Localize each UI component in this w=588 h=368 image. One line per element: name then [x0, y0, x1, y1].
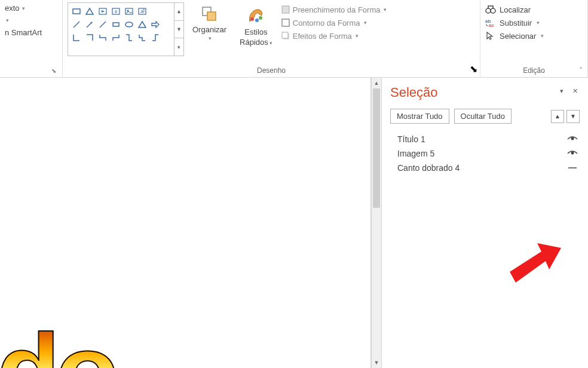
shape-triangle-icon[interactable] [84, 5, 96, 17]
shapes-gallery[interactable]: # A [68, 2, 184, 56]
shape-c6-icon[interactable] [136, 32, 148, 44]
smartart-button[interactable]: n SmartArt [5, 27, 42, 38]
svg-text:ac: ac [489, 23, 494, 27]
svg-line-15 [100, 22, 106, 27]
shape-fill-button[interactable]: Preenchimento da Forma▾ [281, 5, 387, 14]
shape-arrow-icon[interactable] [84, 19, 96, 30]
visibility-toggle[interactable] [565, 164, 580, 171]
shape-outline-button[interactable]: Contorno da Forma▾ [281, 18, 387, 27]
find-button[interactable]: Localizar [485, 5, 544, 14]
editing-group-label: Edição [485, 65, 583, 76]
svg-rect-0 [73, 9, 80, 14]
svg-marker-1 [86, 8, 93, 14]
shape-effects-button[interactable]: Efeitos de Forma▾ [281, 31, 387, 41]
shape-number-icon[interactable]: # [110, 5, 122, 17]
shape-rect-icon[interactable] [71, 5, 82, 17]
quick-styles-label-1: Estilos [244, 27, 267, 36]
svg-line-12 [74, 22, 79, 27]
svg-rect-28 [282, 32, 288, 38]
arrange-icon [200, 5, 219, 24]
dialog-launcher-icon[interactable]: ⬊ [470, 63, 477, 75]
quick-styles-button[interactable]: Estilos Rápidos▾ [235, 2, 277, 49]
slide-canvas: udo [0, 108, 299, 358]
move-up-button[interactable]: ▲ [551, 110, 564, 123]
close-icon[interactable]: ✕ [570, 86, 580, 96]
ribbon: exto▾ ▾ n SmartArt ⬊ # A [0, 0, 588, 78]
annotation-arrow [509, 243, 562, 285]
eye-icon [566, 150, 578, 157]
layer-item[interactable]: Canto dobrado 4 [397, 163, 580, 173]
svg-rect-16 [113, 23, 119, 26]
layer-name[interactable]: Imagem 5 [397, 149, 565, 158]
svg-marker-37 [510, 243, 561, 283]
scroll-thumb[interactable] [373, 88, 380, 208]
drawing-group-label: Desenho [68, 65, 475, 76]
select-button[interactable]: Selecionar▾ [485, 31, 544, 41]
layer-list: Título 1 Imagem 5 Canto dobrado 4 [390, 134, 580, 173]
shape-c2-icon[interactable] [84, 32, 96, 44]
shape-c5-icon[interactable] [123, 32, 135, 44]
svg-text:#: # [115, 9, 118, 14]
visibility-toggle[interactable] [565, 136, 580, 143]
dropdown-icon: ▾ [209, 35, 212, 41]
svg-point-23 [255, 19, 259, 22]
arrange-button[interactable]: Organizar ▾ [188, 2, 231, 44]
shape-rect2-icon[interactable] [110, 19, 122, 30]
svg-marker-18 [139, 22, 146, 27]
svg-point-35 [571, 152, 574, 155]
shape-oval-icon[interactable] [123, 19, 135, 30]
effects-icon [281, 31, 290, 41]
svg-marker-3 [102, 10, 105, 13]
dialog-launcher-icon[interactable]: ⬊ [50, 68, 57, 75]
collapse-ribbon-icon[interactable]: ˄ [579, 66, 583, 75]
slide-area[interactable]: udo [0, 78, 371, 368]
binoculars-icon [485, 5, 496, 14]
replace-icon: abac [485, 18, 496, 27]
shape-c1-icon[interactable] [71, 32, 82, 44]
pane-title: Seleção [390, 85, 580, 100]
gallery-more-icon[interactable]: ▾ [174, 38, 183, 56]
svg-point-17 [125, 22, 133, 27]
quick-styles-icon [245, 5, 267, 26]
shape-rarrow-icon[interactable] [149, 19, 161, 30]
move-down-button[interactable]: ▼ [566, 110, 580, 123]
workspace: udo ▲ ▼ ▾ ✕ Seleção Mostrar Tudo Ocultar… [0, 78, 588, 368]
shape-c3-icon[interactable] [97, 32, 109, 44]
visibility-toggle[interactable] [565, 150, 580, 157]
vertical-scrollbar: ▲ ▼ [371, 78, 382, 368]
shape-line3-icon[interactable] [97, 19, 109, 30]
pane-menu-icon[interactable]: ▾ [557, 86, 566, 96]
shape-textbox-icon[interactable]: A [136, 5, 148, 17]
gallery-down-icon[interactable]: ▼ [174, 21, 183, 39]
text-button-2[interactable]: ▾ [5, 16, 42, 24]
svg-point-29 [486, 8, 491, 13]
cursor-icon [485, 31, 496, 41]
arrange-label: Organizar [192, 25, 226, 34]
scroll-down-icon[interactable]: ▼ [372, 357, 381, 368]
layer-item[interactable]: Título 1 [397, 134, 580, 144]
layer-item[interactable]: Imagem 5 [397, 149, 580, 158]
scroll-track[interactable] [372, 88, 381, 357]
shape-line-icon[interactable] [71, 19, 82, 30]
svg-marker-19 [152, 22, 159, 27]
svg-point-22 [259, 16, 262, 20]
text-button[interactable]: exto▾ [5, 2, 42, 14]
hidden-icon [566, 164, 578, 171]
layer-name[interactable]: Canto dobrado 4 [397, 163, 565, 173]
show-all-button[interactable]: Mostrar Tudo [390, 109, 449, 124]
shape-tri2-icon[interactable] [136, 19, 148, 30]
gallery-up-icon[interactable]: ▲ [174, 3, 183, 21]
shape-c7-icon[interactable] [149, 32, 161, 44]
ribbon-group-editing: Localizar abac Substituir▾ Selecionar▾ E… [480, 0, 588, 77]
shape-play-icon[interactable] [97, 5, 109, 17]
svg-rect-21 [207, 12, 216, 20]
shape-pic-icon[interactable] [123, 5, 135, 17]
scroll-up-icon[interactable]: ▲ [372, 78, 381, 88]
svg-point-34 [571, 137, 574, 140]
svg-rect-26 [282, 19, 289, 26]
shape-c4-icon[interactable] [110, 32, 122, 44]
layer-name[interactable]: Título 1 [397, 134, 565, 144]
hide-all-button[interactable]: Ocultar Tudo [454, 109, 512, 124]
svg-marker-33 [487, 32, 492, 39]
replace-button[interactable]: abac Substituir▾ [485, 18, 544, 27]
